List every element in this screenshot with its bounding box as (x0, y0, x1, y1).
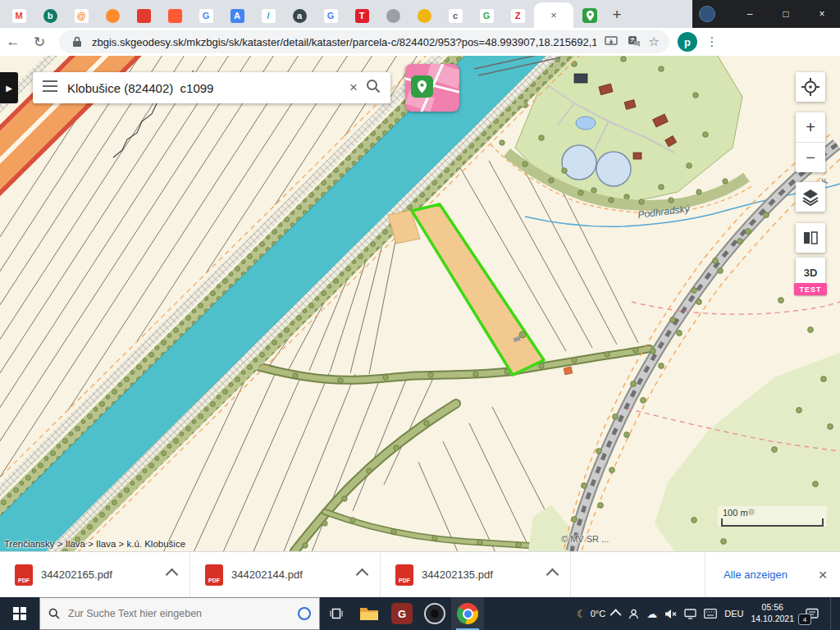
windows-logo-icon (13, 607, 26, 620)
tab-favicon: @ (75, 9, 89, 23)
translate-icon[interactable] (626, 34, 642, 50)
tab-favicon: a (293, 9, 307, 23)
cortana-icon[interactable] (298, 607, 311, 620)
map-attribution: © MV SR ... (561, 534, 609, 544)
show-all-downloads-button[interactable]: Alle anzeigen (705, 552, 806, 597)
g-app-glyph: G (391, 603, 413, 624)
pinned-tab[interactable] (409, 3, 440, 28)
layers-button[interactable] (796, 182, 825, 212)
minimize-button[interactable]: – (732, 0, 768, 28)
task-view-button[interactable] (320, 597, 353, 630)
pinned-tab[interactable]: M (3, 3, 34, 28)
pinned-tab[interactable]: G (471, 3, 502, 28)
tab-favicon (137, 9, 151, 23)
volume-muted-icon[interactable] (664, 609, 677, 619)
new-tab-button[interactable]: + (605, 3, 628, 26)
active-tab[interactable]: × (534, 2, 573, 28)
pinned-tab-maps[interactable] (574, 3, 605, 28)
start-button[interactable] (0, 597, 39, 630)
pinned-tab[interactable]: Z (502, 3, 533, 28)
download-item[interactable]: PDF 344202135.pdf (381, 552, 571, 597)
browser-tabstrip: Mb@GA/aGTcGZ × + – □ × (0, 0, 840, 28)
pdf-icon: PDF (395, 564, 413, 586)
address-bar[interactable]: zbgis.skgeodesy.sk/mkzbgis/sk/kataster/d… (59, 30, 669, 53)
date: 14.10.2021 (751, 614, 794, 625)
sidebar-expand-button[interactable]: ▶ (0, 72, 18, 103)
browser-menu-icon[interactable]: ⋮ (701, 30, 724, 53)
profile-avatar[interactable]: p (678, 32, 697, 52)
pinned-tab[interactable]: G (315, 3, 346, 28)
pinned-tab[interactable]: G (190, 3, 221, 28)
tab-favicon: Z (511, 9, 525, 23)
download-filename[interactable]: 344202144.pdf (231, 568, 349, 581)
pinned-tab[interactable]: a (284, 3, 315, 28)
scale-label: 100 m (723, 508, 824, 518)
camera-app-icon[interactable] (418, 597, 451, 630)
taskbar-search-input[interactable] (66, 607, 267, 620)
language-indicator[interactable]: DEU (724, 609, 743, 619)
clock[interactable]: 05:56 14.10.2021 (751, 602, 794, 624)
pinned-tab[interactable]: / (253, 3, 284, 28)
pinned-tab[interactable] (97, 3, 128, 28)
lock-icon (69, 34, 85, 50)
close-button[interactable]: × (804, 0, 840, 28)
tab-favicon: G (480, 9, 494, 23)
pinned-tab[interactable]: b (34, 3, 66, 28)
file-explorer-icon[interactable] (353, 597, 386, 630)
chrome-taskbar-icon[interactable] (451, 597, 484, 630)
chevron-up-icon[interactable] (546, 568, 559, 582)
download-filename[interactable]: 344202135.pdf (422, 568, 540, 581)
tab-favicon: b (43, 9, 57, 23)
tab-favicon (418, 9, 431, 23)
tab-favicon: G (199, 9, 213, 23)
scale-bracket (721, 518, 824, 527)
bookmark-star-icon[interactable]: ☆ (649, 34, 660, 49)
pinned-tab[interactable] (128, 3, 159, 28)
onedrive-cloud-icon[interactable]: ☁ (646, 608, 657, 620)
locate-button[interactable] (796, 72, 825, 102)
close-downloads-icon[interactable]: × (806, 552, 840, 597)
pinned-tab[interactable]: A (221, 3, 253, 28)
taskbar-search[interactable] (39, 597, 320, 630)
chevron-up-icon[interactable] (166, 568, 179, 582)
map-search-box[interactable]: × (33, 72, 390, 103)
pinned-tab[interactable]: T (346, 3, 377, 28)
search-icon[interactable] (366, 79, 381, 97)
back-button[interactable]: ← (0, 30, 26, 54)
action-center-icon[interactable]: 4 (801, 597, 823, 630)
pinned-tab[interactable]: c (440, 3, 471, 28)
compare-button[interactable] (796, 223, 825, 253)
menu-icon[interactable] (43, 80, 57, 95)
basemap-switcher[interactable] (405, 64, 459, 112)
app-icon-g[interactable]: G (386, 597, 418, 630)
tank-1 (562, 145, 596, 180)
pond (576, 116, 596, 130)
chevron-up-icon[interactable] (356, 568, 369, 582)
person-icon[interactable] (628, 609, 639, 619)
titlebar-avatar[interactable] (699, 6, 715, 22)
breadcrumb[interactable]: Trenčiansky > Ilava > Ilava > k.ú. Klobu… (4, 539, 185, 549)
install-app-icon[interactable] (603, 34, 619, 50)
weather-widget[interactable]: ☾ 0°C (577, 608, 605, 620)
pinned-tab[interactable] (159, 3, 190, 28)
pinned-tab[interactable]: @ (66, 3, 97, 28)
url-text[interactable]: zbgis.skgeodesy.sk/mkzbgis/sk/kataster/d… (92, 36, 596, 48)
close-tab-icon[interactable]: × (550, 9, 557, 21)
tab-favicon: T (355, 9, 369, 23)
zoom-in-button[interactable]: + (796, 112, 825, 142)
refresh-button[interactable]: ↻ (26, 30, 52, 54)
clear-search-icon[interactable]: × (349, 80, 358, 96)
map-canvas[interactable]: Podhradský potok (0, 56, 840, 551)
pinned-tab[interactable] (377, 3, 409, 28)
keyboard-icon[interactable] (704, 609, 717, 619)
download-item[interactable]: PDF 344202165.pdf (0, 552, 190, 597)
download-item[interactable]: PDF 344202144.pdf (190, 552, 381, 597)
zoom-out-button[interactable]: − (796, 143, 825, 172)
show-desktop-button[interactable] (830, 597, 835, 630)
map-search-input[interactable] (66, 80, 341, 96)
download-filename[interactable]: 344202165.pdf (41, 568, 159, 581)
display-network-icon[interactable] (684, 609, 696, 619)
hidden-icons-chevron[interactable] (610, 609, 622, 620)
screen: Mb@GA/aGTcGZ × + – □ × ← ↻ zbgis.skgeode… (0, 0, 840, 630)
maximize-button[interactable]: □ (768, 0, 804, 28)
